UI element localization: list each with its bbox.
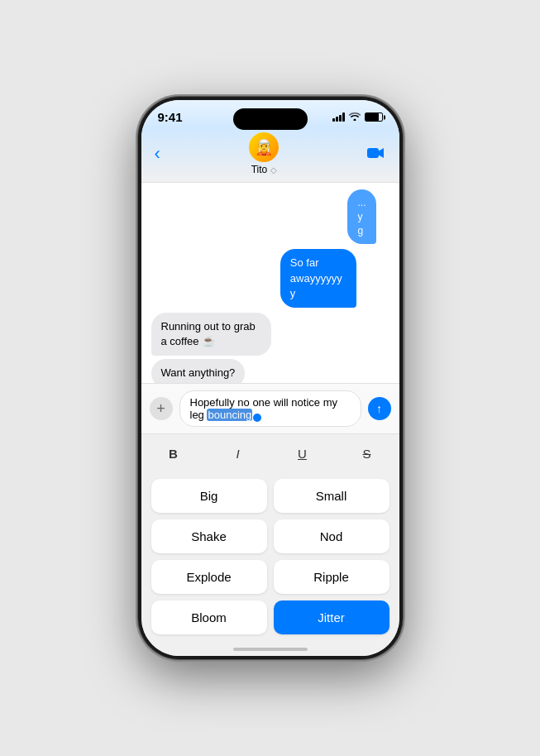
message-bubble-sent-partial: ...y g	[347, 189, 376, 244]
input-area: + Hopefully no one will notice my leg bo…	[141, 383, 399, 433]
battery-icon	[365, 112, 383, 122]
send-button[interactable]: ↑	[368, 397, 391, 420]
chat-area: ...y g So far awayyyyyyy Running out to …	[141, 183, 399, 383]
message-text: ...y g	[357, 197, 366, 237]
home-bar	[233, 648, 308, 651]
contact-info[interactable]: 🧝 Tito ◇	[249, 132, 279, 175]
message-text: Want anything?	[161, 366, 236, 379]
back-button[interactable]: ‹	[155, 143, 160, 165]
effect-btn-small[interactable]: Small	[274, 479, 389, 513]
effect-btn-ripple[interactable]: Ripple	[274, 560, 389, 594]
phone-inner: 9:41	[141, 100, 399, 656]
effect-btn-jitter[interactable]: Jitter	[274, 600, 389, 634]
avatar-emoji: 🧝	[255, 138, 273, 156]
selection-handle	[253, 414, 261, 422]
effect-btn-shake[interactable]: Shake	[151, 519, 267, 553]
effect-btn-big[interactable]: Big	[151, 479, 267, 513]
dynamic-island	[233, 108, 308, 130]
italic-button[interactable]: I	[222, 441, 255, 466]
format-bar: B I U S	[141, 433, 399, 472]
message-text: Running out to grab a coffee ☕	[161, 320, 256, 347]
signal-icon	[332, 112, 345, 122]
input-text-content[interactable]: Hopefully no one will notice my leg boun…	[190, 396, 351, 421]
effect-btn-bloom[interactable]: Bloom	[151, 600, 267, 634]
message-bubble-2: Running out to grab a coffee ☕	[151, 313, 271, 356]
contact-avatar: 🧝	[249, 132, 279, 162]
contact-name: Tito ◇	[251, 164, 277, 175]
effects-grid: BigSmallShakeNodExplodeRippleBloomJitter	[141, 472, 399, 641]
home-indicator	[141, 641, 399, 656]
bold-button[interactable]: B	[157, 441, 190, 466]
navigation-bar: ‹ 🧝 Tito ◇	[141, 127, 399, 183]
input-text-selected: bouncing	[207, 409, 252, 421]
video-call-button[interactable]	[367, 145, 385, 164]
status-icons	[332, 112, 383, 123]
effect-btn-nod[interactable]: Nod	[274, 519, 389, 553]
message-bubble-3: Want anything?	[151, 359, 246, 383]
message-text: So far awayyyyyyy	[290, 256, 342, 299]
attachment-button[interactable]: +	[150, 397, 173, 420]
status-time: 9:41	[158, 110, 183, 124]
wifi-icon	[349, 112, 361, 123]
send-icon: ↑	[376, 402, 382, 415]
message-bubble-1: So far awayyyyyyy	[280, 249, 356, 308]
phone-frame: 9:41	[138, 97, 403, 659]
underline-button[interactable]: U	[286, 441, 319, 466]
message-input[interactable]: Hopefully no one will notice my leg boun…	[179, 390, 361, 427]
strikethrough-button[interactable]: S	[351, 441, 384, 466]
effect-btn-explode[interactable]: Explode	[151, 560, 267, 594]
svg-rect-0	[367, 148, 379, 158]
